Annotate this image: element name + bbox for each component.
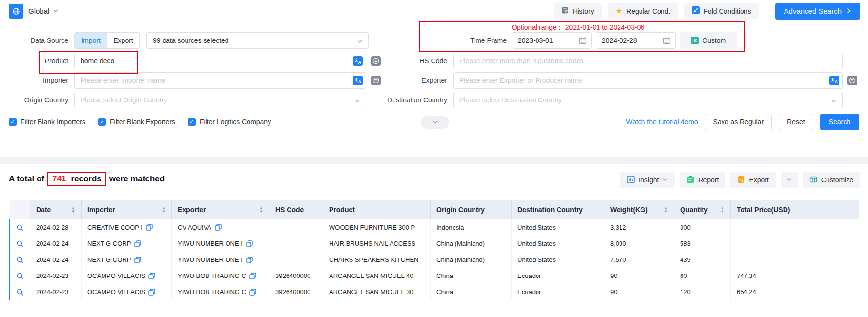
sort-desc-icon[interactable] [721, 210, 724, 213]
reset-button[interactable]: Reset [779, 114, 813, 130]
magnifier-icon[interactable] [16, 272, 24, 280]
hs-code-input[interactable] [453, 53, 843, 69]
checkbox-filter-blank-exporters[interactable]: Filter Blank Exporters [98, 118, 175, 126]
sort-control[interactable] [71, 206, 75, 213]
magnifier-icon[interactable] [16, 224, 24, 232]
product-field[interactable]: A [74, 53, 366, 69]
report-button[interactable]: Report [680, 172, 725, 188]
copy-icon[interactable] [146, 224, 153, 231]
customize-button[interactable]: Customize [803, 172, 860, 188]
hs-code-field[interactable] [453, 53, 843, 69]
checkbox-filter-logitics-company[interactable]: Filter Logitics Company [188, 118, 271, 126]
importer-field[interactable]: A [74, 72, 366, 89]
checkbox-filter-blank-importers[interactable]: Filter Blank Importers [9, 118, 85, 126]
magnifier-icon[interactable] [16, 288, 24, 296]
column-header-label: Weight(KG) [610, 206, 648, 214]
copy-icon[interactable] [249, 289, 256, 296]
match-mode-icon[interactable] [847, 76, 857, 87]
results-table: DateImporterExporterHS CodeProductOrigin… [9, 200, 859, 300]
cell-exporter[interactable]: CV AQUIVA [172, 219, 269, 236]
magnifier-icon[interactable] [16, 240, 24, 248]
export-button[interactable]: Export [730, 172, 775, 188]
column-header[interactable]: Exporter [172, 200, 269, 219]
copy-icon[interactable] [246, 240, 253, 247]
copy-icon[interactable] [134, 240, 141, 247]
product-input[interactable] [74, 53, 366, 69]
table-row[interactable]: 2024-02-24 NEXT G CORP YIWU NUMBER ONE I… [10, 236, 860, 252]
date-start-field[interactable] [512, 32, 592, 49]
table-row[interactable]: 2024-02-28 CREATIVE COOP I CV AQUIVA WOO… [10, 219, 860, 236]
advanced-search-button[interactable]: Advanced Search [775, 3, 860, 20]
origin-country-input[interactable] [74, 92, 366, 108]
cell-importer[interactable]: OCAMPO VILLACIS [82, 268, 172, 284]
save-as-regular-button[interactable]: Save as Regular [705, 114, 772, 130]
date-end-field[interactable] [596, 32, 676, 49]
column-header[interactable]: Date [30, 200, 82, 219]
column-header[interactable]: Importer [82, 200, 172, 219]
sort-control[interactable] [664, 206, 668, 213]
column-header[interactable]: Quantity [674, 200, 731, 219]
regular-cond-button[interactable]: Regular Cond. [608, 3, 679, 19]
table-row[interactable]: 2024-02-23 OCAMPO VILLACIS YIWU BOB TRAD… [10, 284, 860, 300]
collapse-conditions-button[interactable] [421, 116, 449, 129]
copy-icon[interactable] [148, 289, 155, 296]
sort-desc-icon[interactable] [259, 210, 263, 213]
insight-button[interactable]: Insight [620, 172, 675, 188]
svg-text:A: A [835, 79, 838, 84]
table-row[interactable]: 2024-02-23 OCAMPO VILLACIS YIWU BOB TRAD… [10, 268, 860, 284]
product-label: Product [0, 53, 68, 69]
copy-icon[interactable] [134, 257, 141, 263]
sort-control[interactable] [721, 206, 724, 213]
cell-importer[interactable]: NEXT G CORP [82, 236, 172, 252]
destination-country-select[interactable] [453, 92, 843, 108]
cell-exporter[interactable]: YIWU BOB TRADING C [172, 284, 269, 300]
destination-country-input[interactable] [453, 92, 843, 108]
column-header[interactable]: Weight(KG) [604, 200, 674, 219]
magnifier-icon[interactable] [16, 256, 24, 264]
copy-icon[interactable] [215, 224, 222, 231]
export-tab[interactable]: Export [107, 33, 139, 48]
history-button[interactable]: History [554, 3, 602, 19]
sort-control[interactable] [259, 206, 263, 213]
cell-exporter[interactable]: YIWU BOB TRADING C [172, 268, 269, 284]
region-selector[interactable]: Global [28, 7, 59, 16]
translate-icon[interactable]: A [353, 76, 363, 87]
cell-importer[interactable]: OCAMPO VILLACIS [82, 284, 172, 300]
globe-logo-icon[interactable] [9, 4, 23, 19]
export-options-button[interactable] [781, 172, 798, 188]
cell-importer[interactable]: CREATIVE COOP I [82, 219, 172, 236]
origin-country-select[interactable] [74, 92, 366, 108]
sort-control[interactable] [162, 206, 165, 213]
copy-icon[interactable] [148, 273, 155, 279]
sort-desc-icon[interactable] [664, 210, 668, 213]
table-row[interactable]: 2024-02-24 NEXT G CORP YIWU NUMBER ONE I… [10, 252, 860, 268]
cell-hs-code [269, 252, 323, 268]
cell-exporter[interactable]: YIWU NUMBER ONE I [172, 252, 269, 268]
fold-conditions-button[interactable]: Fold Conditions [684, 3, 759, 19]
sort-desc-icon[interactable] [71, 210, 75, 213]
cell-quantity: 300 [674, 219, 731, 236]
translate-icon[interactable]: A [353, 56, 363, 68]
table-header-row: DateImporterExporterHS CodeProductOrigin… [10, 200, 860, 219]
importer-input[interactable] [74, 72, 366, 89]
data-sources-value[interactable] [146, 32, 369, 49]
copy-icon[interactable] [246, 257, 253, 263]
import-tab[interactable]: Import [75, 33, 107, 48]
checkbox-label: Filter Logitics Company [200, 118, 271, 126]
cell-exporter[interactable]: YIWU NUMBER ONE I [172, 236, 269, 252]
annotation-box-count: 741records [47, 172, 106, 186]
regular-cond-label: Regular Cond. [626, 7, 670, 15]
fold-icon [692, 6, 700, 16]
svg-text:A: A [358, 60, 361, 65]
custom-range-button[interactable]: Custom [680, 32, 737, 49]
copy-icon[interactable] [249, 273, 256, 279]
search-button[interactable]: Search [820, 114, 859, 130]
exporter-field[interactable]: A [453, 72, 843, 89]
translate-icon[interactable]: A [829, 76, 839, 87]
data-sources-select[interactable] [146, 32, 369, 49]
app-root: Global History Regular Cond. Fold Condit… [0, 0, 868, 317]
tutorial-demo-link[interactable]: Watch the tutorial demo [626, 118, 698, 126]
sort-desc-icon[interactable] [162, 210, 165, 213]
cell-importer[interactable]: NEXT G CORP [82, 252, 172, 268]
exporter-input[interactable] [453, 72, 843, 89]
